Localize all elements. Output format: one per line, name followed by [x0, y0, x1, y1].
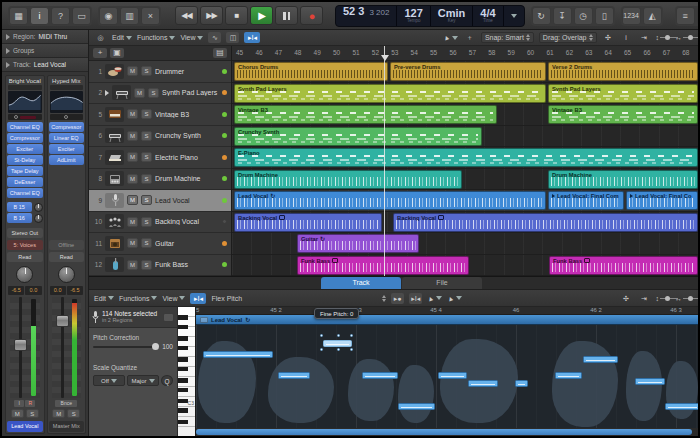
mixer-button[interactable]: ▥ [120, 7, 139, 25]
track-header-funk-bass[interactable]: 12MSFunk Bass [89, 255, 231, 277]
list-editors-button[interactable]: ≡ [676, 7, 695, 25]
pan-readout[interactable]: -6.5 [67, 286, 83, 295]
note-hotspot-handle[interactable] [337, 334, 340, 337]
region-funk-bass[interactable]: Funk Bass [549, 256, 698, 275]
region-synth-pad-layers[interactable]: Synth Pad Layers [234, 84, 546, 103]
audio-fx-slot[interactable]: St-Delay [7, 155, 43, 165]
region-lead-vocal-final-com[interactable]: Lead Vocal: Final Com [548, 191, 624, 210]
snap-menu[interactable]: Snap: Smart [481, 32, 534, 43]
track-solo-button[interactable]: S [141, 131, 152, 141]
audio-fx-slot[interactable]: DeEsser [7, 177, 43, 187]
scale-root-select[interactable]: Off [93, 375, 125, 386]
audio-fx-slot[interactable]: Linear EQ [49, 133, 85, 143]
note-hotspot-handle[interactable] [337, 348, 340, 351]
flex-pitch-note[interactable] [583, 356, 618, 363]
output-slot[interactable]: Stereo Out [7, 228, 43, 238]
midi-in-icon[interactable]: ◎ [94, 32, 107, 43]
playhead[interactable] [384, 46, 385, 276]
volume-fader[interactable] [52, 297, 82, 398]
note-hotspot-handle[interactable] [320, 348, 323, 351]
eq-thumbnail[interactable] [50, 91, 84, 113]
track-header-synth-pad-layers[interactable]: 2MSSynth Pad Layers [89, 83, 231, 105]
flex-toggle-button[interactable]: ▸Ⅰ◂ [190, 293, 206, 304]
count-in-button[interactable]: 1234 [622, 7, 641, 25]
forward-button[interactable]: ▶▶ [200, 6, 223, 25]
midi-record-icon[interactable]: ▸● [391, 293, 404, 304]
track-header-electric-piano[interactable]: 7MSElectric Piano [89, 147, 231, 169]
track-mute-button[interactable]: M [127, 260, 138, 270]
track-mute-button[interactable]: M [127, 109, 138, 119]
region-lead-vocal-final-co[interactable]: Lead Vocal: Final Co [626, 191, 698, 210]
audio-fx-slot[interactable]: Channel EQ [7, 122, 43, 132]
flex-split-icon[interactable]: ▸Ⅰ◂ [409, 293, 422, 304]
flex-pitch-note[interactable] [323, 340, 352, 347]
track-mute-button[interactable]: M [127, 217, 138, 227]
edit-menu[interactable]: Edit [112, 34, 132, 41]
screen-button[interactable]: ▦ [9, 7, 28, 25]
track-header-drum-machine[interactable]: 8MSDrum Machine [89, 169, 231, 191]
track-mute-button[interactable]: M [134, 88, 145, 98]
groups-inspector-header[interactable]: Groups [2, 44, 88, 58]
region-funk-bass[interactable]: Funk Bass [297, 256, 469, 275]
region-pre-verse-drums[interactable]: Pre-verse Drums [390, 62, 546, 81]
quantize-button[interactable]: Q [161, 375, 173, 386]
pan-knob[interactable] [58, 266, 75, 283]
region-drum-machine[interactable]: Drum Machine [548, 170, 698, 189]
automation-mode-slot[interactable]: Read [7, 252, 43, 262]
editor-hzoom-slider[interactable]: ↔ [675, 295, 693, 302]
inspector-button[interactable]: i [30, 7, 49, 25]
flex-pitch-note[interactable] [203, 351, 273, 358]
fader-handle[interactable] [14, 339, 27, 351]
send-level-knob[interactable] [34, 203, 43, 212]
audio-fx-slot[interactable]: AdLimit [49, 155, 85, 165]
volume-readout[interactable]: -6.5 [8, 286, 24, 295]
note-hotspot-handle[interactable] [350, 348, 353, 351]
track-solo-button[interactable]: S [141, 238, 152, 248]
duplicate-track-button[interactable]: ▣ [110, 48, 124, 58]
solo-button[interactable]: S [67, 409, 80, 418]
vertical-zoom-slider[interactable]: ↕ [656, 34, 671, 41]
pan-knob[interactable] [16, 266, 33, 283]
command-tool-menu[interactable]: ＋ [463, 32, 476, 43]
note-hotspot-handle[interactable] [350, 334, 353, 337]
flex-pitch-note-area[interactable] [196, 325, 698, 428]
track-mute-button[interactable]: M [127, 238, 138, 248]
tab-track[interactable]: Track [321, 277, 401, 289]
track-stack-disclosure-icon[interactable] [105, 90, 109, 96]
track-mute-button[interactable]: M [127, 66, 138, 76]
region-vintage-b3[interactable]: Vintage B3 [548, 105, 698, 124]
editor-scrollbar[interactable] [196, 428, 698, 436]
send-slot[interactable]: B 16 [7, 213, 43, 223]
automation-icon[interactable]: ∿ [208, 32, 221, 43]
editor-ruler[interactable]: 4545 245 345 44646 246 3 [196, 307, 698, 315]
volume-readout[interactable]: 0.0 [50, 286, 66, 295]
record-enable-button[interactable]: R [25, 400, 35, 407]
flex-pitch-note[interactable] [278, 372, 310, 379]
editor-pointer-tool-menu[interactable]: ▲ [427, 295, 442, 302]
rewind-button[interactable]: ◀◀ [175, 6, 198, 25]
group-slot[interactable]: 5: Voices [7, 240, 43, 250]
editor-edit-menu[interactable]: Edit [94, 295, 114, 302]
audio-fx-slot[interactable]: Exciter [49, 144, 85, 154]
flex-pitch-note[interactable] [635, 378, 665, 385]
track-solo-button[interactable]: S [141, 195, 152, 205]
scale-type-select[interactable]: Major [127, 375, 159, 386]
editor-view-menu[interactable]: View [162, 295, 185, 302]
region-crunchy-synth[interactable]: Crunchy Synth [234, 127, 482, 146]
bounce-button[interactable]: Bnce [55, 400, 77, 407]
editor-vzoom-slider[interactable]: ↕ [656, 295, 671, 302]
channel-setting-button[interactable] [50, 85, 84, 90]
region-disclosure-icon[interactable] [200, 317, 208, 323]
track-name-plate[interactable]: Lead Vocal [7, 421, 43, 432]
send-level-knob[interactable] [34, 214, 43, 223]
region-guitar[interactable]: Guitar↻ [297, 234, 419, 253]
track-solo-button[interactable]: S [141, 152, 152, 162]
group-slot[interactable]: Offline [49, 240, 85, 250]
editor-command-tool-menu[interactable]: ▲ [447, 295, 462, 302]
eq-thumbnail[interactable] [8, 91, 42, 113]
lcd-tempo[interactable]: 127 Tempo [397, 6, 430, 26]
region-lead-vocal[interactable]: Lead Vocal↻ [234, 191, 546, 210]
audio-fx-slot[interactable]: Compressor [7, 133, 43, 143]
flex-mode-stepper[interactable] [382, 295, 386, 302]
track-header-guitar[interactable]: 11MSGuitar [89, 233, 231, 255]
